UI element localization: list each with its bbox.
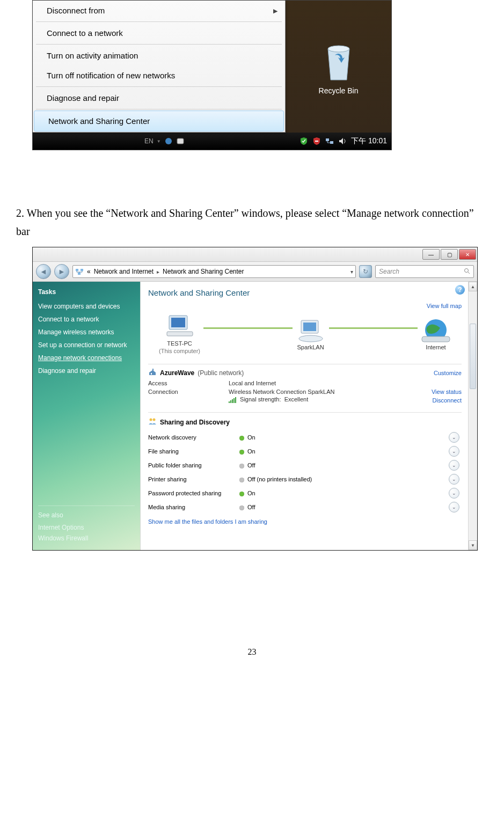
- sharing-discovery-row: Public folder sharingOff⌄: [148, 458, 462, 472]
- tray-network-icon[interactable]: [325, 137, 334, 145]
- window-titlebar: — ▢ ✕: [33, 247, 477, 262]
- see-also-header: See also: [38, 506, 135, 519]
- expand-button[interactable]: ⌄: [449, 502, 459, 512]
- task-link-diagnose-repair[interactable]: Diagnose and repair: [38, 367, 135, 375]
- svg-rect-5: [330, 141, 333, 144]
- nav-forward-button[interactable]: ►: [54, 264, 69, 279]
- discovery-item-state: Off: [239, 504, 449, 510]
- scroll-thumb[interactable]: [470, 324, 476, 389]
- node-label: TEST-PC: [167, 340, 192, 347]
- tray-volume-icon[interactable]: [338, 137, 347, 145]
- sharing-discovery-row: Password protected sharingOn⌄: [148, 486, 462, 500]
- discovery-item-state: On: [239, 490, 449, 496]
- see-also-internet-options[interactable]: Internet Options: [38, 524, 135, 531]
- menu-separator: [36, 109, 282, 109]
- show-shared-files-link[interactable]: Show me all the files and folders I am s…: [148, 518, 462, 525]
- network-node-this-pc: TEST-PC (This computer): [159, 313, 200, 354]
- svg-point-0: [328, 46, 349, 52]
- discovery-item-label: Printer sharing: [148, 476, 239, 482]
- menu-separator: [36, 44, 282, 45]
- menu-item-turn-off-notification[interactable]: Turn off notification of new networks: [33, 65, 285, 85]
- menu-item-label: Disconnect from: [47, 6, 105, 15]
- svg-rect-13: [167, 332, 193, 336]
- help-icon[interactable]: ?: [455, 285, 465, 295]
- node-label: Internet: [426, 344, 445, 350]
- expand-button[interactable]: ⌄: [449, 474, 459, 485]
- view-full-map-link[interactable]: View full map: [148, 303, 462, 309]
- close-button[interactable]: ✕: [459, 249, 476, 260]
- svg-point-1: [165, 138, 172, 144]
- sharing-discovery-header: Sharing and Discovery: [148, 417, 462, 427]
- see-also-windows-firewall[interactable]: Windows Firewall: [38, 534, 135, 542]
- active-network-type: (Public network): [198, 369, 244, 377]
- network-link-line: [329, 327, 418, 329]
- breadcrumb[interactable]: « Network and Internet ▸ Network and Sha…: [72, 265, 356, 278]
- vertical-scrollbar[interactable]: ▲ ▼: [468, 282, 477, 550]
- address-toolbar: ◄ ► « Network and Internet ▸ Network and…: [33, 262, 477, 282]
- disconnect-link[interactable]: Disconnect: [433, 397, 462, 404]
- menu-item-connect-network[interactable]: Connect to a network: [33, 23, 285, 43]
- scroll-down-button[interactable]: ▼: [469, 540, 477, 550]
- discovery-item-label: Public folder sharing: [148, 462, 239, 468]
- breadcrumb-dropdown-icon[interactable]: ▾: [350, 269, 353, 275]
- taskbar-clock[interactable]: 下午 10:01: [351, 136, 387, 146]
- discovery-item-label: File sharing: [148, 448, 239, 455]
- scroll-up-button[interactable]: ▲: [469, 282, 477, 291]
- tray-icon-shield-ok[interactable]: [300, 137, 308, 145]
- expand-button[interactable]: ⌄: [449, 446, 459, 457]
- sharing-discovery-row: Printer sharingOff (no printers installe…: [148, 472, 462, 486]
- minimize-button[interactable]: —: [422, 249, 440, 260]
- taskbar: EN ▼ 下午 10:01: [33, 133, 391, 150]
- status-dot-off-icon: [239, 464, 244, 468]
- fig2-network-sharing-center-window: — ▢ ✕ ◄ ► « Network and Internet ▸ Netwo…: [32, 247, 478, 551]
- network-map: TEST-PC (This computer) SparkLAN: [159, 313, 451, 354]
- expand-button[interactable]: ⌄: [449, 460, 459, 471]
- breadcrumb-crumb-1[interactable]: Network and Internet: [94, 268, 154, 275]
- recycle-bin-icon[interactable]: [320, 38, 357, 83]
- discovery-item-label: Media sharing: [148, 504, 239, 510]
- main-content-pane: ? Network and Sharing Center View full m…: [140, 282, 468, 550]
- customize-link[interactable]: Customize: [434, 370, 462, 376]
- menu-item-disconnect-from[interactable]: Disconnect from ▶: [33, 1, 285, 20]
- svg-rect-2: [177, 138, 184, 144]
- access-value: Local and Internet: [229, 380, 408, 386]
- discovery-item-state: On: [239, 434, 449, 441]
- nav-back-button[interactable]: ◄: [36, 264, 51, 279]
- menu-item-diagnose-repair[interactable]: Diagnose and repair: [33, 88, 285, 108]
- discovery-item-state: On: [239, 448, 449, 455]
- svg-rect-8: [78, 273, 81, 275]
- svg-rect-6: [76, 269, 78, 271]
- node-sublabel: (This computer): [159, 348, 200, 354]
- menu-item-activity-animation[interactable]: Turn on activity animation: [33, 46, 285, 65]
- status-dot-off-icon: [239, 506, 244, 510]
- task-link-manage-wireless[interactable]: Manage wireless networks: [38, 328, 135, 336]
- task-link-setup-connection[interactable]: Set up a connection or network: [38, 341, 135, 349]
- signal-strength-icon: [229, 397, 236, 403]
- status-dot-on-icon: [239, 436, 244, 441]
- svg-line-10: [468, 272, 470, 274]
- task-link-manage-network-connections[interactable]: Manage network connections: [38, 354, 135, 362]
- maximize-button[interactable]: ▢: [441, 249, 458, 260]
- view-status-link[interactable]: View status: [408, 389, 462, 395]
- connection-value: Wireless Network Connection SparkLAN: [229, 389, 408, 395]
- sharing-discovery-row: Media sharingOff⌄: [148, 500, 462, 514]
- status-dot-on-icon: [239, 450, 244, 455]
- task-link-connect-network[interactable]: Connect to a network: [38, 316, 135, 323]
- refresh-button[interactable]: ↻: [359, 265, 372, 278]
- svg-rect-19: [151, 373, 152, 375]
- breadcrumb-crumb-2[interactable]: Network and Sharing Center: [163, 268, 244, 275]
- fig1-desktop-screenshot: Disconnect from ▶ Connect to a network T…: [32, 0, 392, 150]
- tray-icon-shield-alert[interactable]: [312, 137, 321, 145]
- language-indicator[interactable]: EN: [144, 137, 154, 145]
- discovery-item-label: Password protected sharing: [148, 490, 239, 496]
- task-link-view-computers[interactable]: View computers and devices: [38, 303, 135, 310]
- tray-icon-generic[interactable]: [176, 137, 185, 145]
- search-icon: [464, 268, 470, 276]
- menu-item-label: Network and Sharing Center: [48, 116, 150, 126]
- expand-button[interactable]: ⌄: [449, 488, 459, 499]
- expand-button[interactable]: ⌄: [449, 432, 459, 443]
- tray-icon-generic[interactable]: [164, 137, 173, 145]
- menu-item-network-sharing-center[interactable]: Network and Sharing Center: [34, 111, 284, 131]
- search-input[interactable]: Search: [375, 265, 474, 278]
- router-icon: [296, 317, 326, 343]
